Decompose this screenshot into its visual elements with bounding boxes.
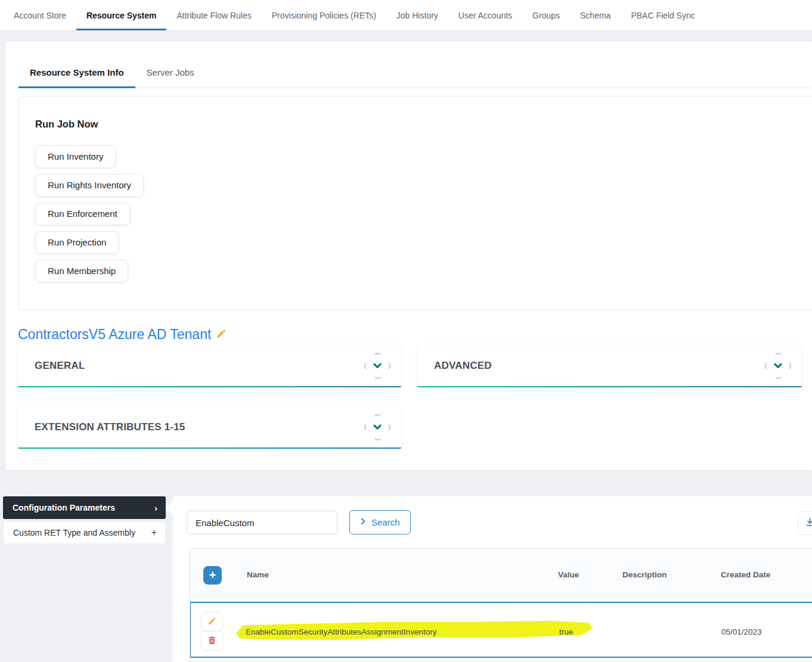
page: Account Store Resource System Attribute … — [0, 0, 812, 662]
accordion-advanced-title: ADVANCED — [434, 360, 492, 372]
nav-tab-attribute-flow-rules[interactable]: Attribute Flow Rules — [166, 0, 261, 30]
sidebar-item-label: Configuration Parameters — [13, 503, 115, 512]
sidebar-item-configuration-parameters[interactable]: Configuration Parameters › — [3, 496, 166, 519]
run-inventory-button[interactable]: Run Inventory — [35, 145, 116, 168]
row-cell-name: EnableCustomSecurityAttributesAssignment… — [246, 627, 436, 636]
sidebar-item-label: Custom RET Type and Assembly — [13, 528, 135, 537]
chevron-right-icon — [360, 517, 366, 527]
pencil-icon — [216, 328, 227, 341]
search-button-label: Search — [371, 517, 400, 527]
nav-tab-pbac-field-sync[interactable]: PBAC Field Sync — [621, 0, 705, 30]
accordion-extension-attributes[interactable]: EXTENSION ATTRIBUTES 1-15 — [18, 406, 401, 449]
run-enforcement-button[interactable]: Run Enforcement — [35, 203, 130, 225]
sub-tabs: Resource System Info Server Jobs — [18, 57, 811, 88]
tab-resource-system-info[interactable]: Resource System Info — [18, 57, 135, 88]
accordion-extension-title: EXTENSION ATTRIBUTES 1-15 — [35, 421, 185, 433]
expand-chevron-icon[interactable] — [364, 353, 390, 379]
accordion-general-title: GENERAL — [35, 360, 85, 372]
edit-row-button[interactable] — [201, 612, 223, 632]
expand-chevron-icon[interactable] — [765, 353, 791, 379]
trash-icon — [207, 636, 216, 647]
nav-tab-job-history[interactable]: Job History — [386, 0, 448, 30]
accordion-advanced[interactable]: ADVANCED — [417, 344, 802, 387]
run-job-now-heading: Run Job Now — [35, 119, 812, 130]
search-input[interactable] — [187, 511, 337, 534]
plus-icon: + — [209, 568, 216, 582]
run-rights-inventory-button[interactable]: Run Rights Inventory — [35, 174, 144, 197]
row-cell-created-date: 05/01/2023 — [721, 627, 762, 636]
accordion-general[interactable]: GENERAL — [18, 344, 401, 387]
table-row[interactable]: EnableCustomSecurityAttributesAssignment… — [190, 602, 812, 658]
chevron-right-icon: › — [154, 503, 157, 513]
table-header: + Name Value Description Created Date — [190, 549, 812, 602]
config-parameters-content: Search + Name Value Description Created … — [173, 496, 812, 662]
resource-title-row: ContractorsV5 Azure AD Tenant — [18, 327, 227, 343]
edit-title-button[interactable] — [216, 328, 227, 341]
nav-tab-account-store[interactable]: Account Store — [4, 0, 76, 30]
run-job-buttons: Run Inventory Run Rights Inventory Run E… — [35, 145, 812, 282]
tab-server-jobs[interactable]: Server Jobs — [135, 57, 206, 88]
add-parameter-button[interactable]: + — [203, 566, 222, 585]
run-projection-button[interactable]: Run Projection — [35, 231, 119, 254]
row-actions — [201, 612, 223, 650]
delete-row-button[interactable] — [201, 631, 223, 651]
parameters-table: + Name Value Description Created Date — [190, 548, 812, 662]
nav-tab-groups[interactable]: Groups — [522, 0, 570, 30]
run-membership-button[interactable]: Run Membership — [35, 260, 128, 282]
download-button[interactable] — [798, 511, 812, 535]
column-header-name: Name — [247, 570, 269, 579]
sidebar-item-custom-ret-type[interactable]: Custom RET Type and Assembly + — [3, 521, 166, 544]
nav-tab-provisioning-policies[interactable]: Provisioning Policies (RETs) — [262, 0, 386, 30]
top-nav: Account Store Resource System Attribute … — [0, 0, 812, 31]
nav-tab-user-accounts[interactable]: User Accounts — [448, 0, 522, 30]
nav-tab-schema[interactable]: Schema — [570, 0, 621, 30]
run-job-now-card: Run Job Now Run Inventory Run Rights Inv… — [18, 96, 812, 310]
column-header-description: Description — [622, 570, 667, 579]
config-sidebar: Configuration Parameters › Custom RET Ty… — [3, 496, 166, 544]
pencil-icon — [207, 617, 216, 627]
plus-icon: + — [151, 527, 157, 538]
column-header-created-date: Created Date — [721, 570, 770, 579]
search-button[interactable]: Search — [349, 510, 411, 534]
resource-system-title: ContractorsV5 Azure AD Tenant — [18, 327, 211, 343]
nav-tab-resource-system[interactable]: Resource System — [76, 0, 167, 30]
expand-chevron-icon[interactable] — [364, 414, 390, 440]
download-icon — [805, 517, 812, 529]
row-cell-value: true — [559, 627, 573, 636]
column-header-value: Value — [558, 570, 579, 579]
